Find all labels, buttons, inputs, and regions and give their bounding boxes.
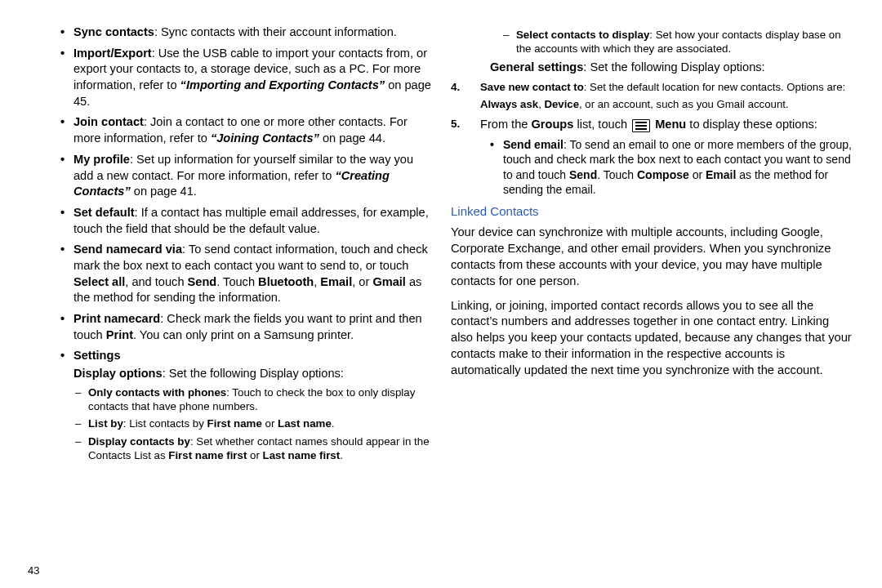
b: Send [569, 168, 597, 181]
sub-select-contacts-display: Select contacts to display: Set how your… [501, 28, 854, 56]
two-column-layout: Sync contacts: Sync contacts with their … [28, 24, 854, 561]
paragraph-2: Linking, or joining, imported contact re… [451, 298, 854, 379]
label: My profile [74, 153, 130, 166]
b: Send email [503, 138, 564, 151]
item-import-export: Import/Export: Use the USB cable to impo… [60, 46, 431, 110]
t: : Set the default location for new conta… [584, 81, 845, 93]
label: Print namecard [74, 312, 160, 325]
b: Select all [74, 275, 125, 288]
general-settings-line: General settings: Set the following Disp… [490, 60, 854, 76]
t: list, touch [573, 118, 630, 131]
tail: on page 41. [131, 185, 197, 198]
label: Sync contacts [74, 25, 154, 38]
label: Settings [74, 349, 121, 362]
b: First name first [168, 449, 247, 461]
tail: on page 44. [319, 131, 385, 145]
b: Device [544, 98, 579, 110]
t: or [689, 168, 706, 181]
t: : List contacts by [123, 417, 207, 430]
step5-sublist: Send email: To send an email to one or m… [490, 137, 854, 197]
item-send-namecard-via: Send namecard via: To send contact infor… [60, 242, 431, 306]
label: Join contact [74, 115, 144, 128]
label: Set default [74, 206, 135, 219]
t: to display these options: [686, 118, 817, 131]
b: Always ask [480, 98, 538, 110]
reference: “Joining Contacts” [211, 131, 319, 145]
left-column: Sync contacts: Sync contacts with their … [28, 24, 431, 561]
page-number: 43 [28, 561, 854, 577]
step4-line2: Always ask, Device, or an account, such … [480, 97, 854, 111]
b: Compose [637, 168, 689, 181]
step-4: 4. Save new contact to: Set the default … [451, 80, 854, 111]
b: Only contacts with phones [88, 386, 226, 399]
sub-display-contacts-by: Display contacts by: Set whether contact… [74, 434, 431, 463]
b: First name [207, 417, 262, 430]
t: . Touch [597, 168, 637, 181]
document-page: Sync contacts: Sync contacts with their … [0, 0, 882, 588]
text: : Set the following Display options: [163, 367, 344, 380]
sub-only-contacts-phones: Only contacts with phones: Touch to chec… [74, 385, 431, 414]
b: Send [188, 275, 217, 288]
b: Display contacts by [88, 435, 190, 448]
b: Groups [531, 118, 573, 131]
step-body: From the Groups list, touch Menu to disp… [480, 117, 854, 133]
item-join-contact: Join contact: Join a contact to one or m… [60, 114, 431, 146]
step-number: 5. [451, 117, 474, 133]
step-body: Save new contact to: Set the default loc… [480, 80, 854, 111]
display-options-line: Display options: Set the following Displ… [74, 364, 431, 382]
display-options-sublist: Only contacts with phones: Touch to chec… [74, 385, 431, 462]
b: Print [106, 328, 133, 341]
sub-list-by: List by: List contacts by First name or … [74, 416, 431, 430]
paragraph-1: Your device can synchronize with multipl… [451, 225, 854, 289]
menu-icon [632, 119, 650, 132]
display-sublist-cont: Select contacts to display: Set how your… [501, 28, 854, 56]
t: , or an account, such as you Gmail accou… [579, 98, 789, 110]
b: Save new contact to [480, 81, 584, 93]
linked-contacts-heading: Linked Contacts [451, 203, 854, 220]
b: Select contacts to display [516, 29, 649, 41]
item-send-email: Send email: To send an email to one or m… [490, 137, 854, 197]
t: . Touch [216, 275, 258, 288]
b: Last name first [263, 449, 341, 461]
t: , and touch [125, 275, 187, 288]
b: Gmail [372, 275, 406, 288]
label: Display options [74, 367, 163, 380]
b: List by [88, 417, 123, 430]
right-column: Select contacts to display: Set how your… [451, 24, 854, 561]
label: Import/Export [74, 47, 152, 60]
t: or [247, 449, 262, 461]
b: Bluetooth [258, 275, 314, 288]
label: General settings [490, 60, 583, 74]
t: . You can only print on a Samsung printe… [133, 328, 354, 341]
reference: “Importing and Exporting Contacts” [180, 78, 385, 91]
b: Last name [278, 417, 332, 430]
text: : Sync contacts with their account infor… [154, 25, 397, 38]
item-my-profile: My profile: Set up information for yours… [60, 152, 431, 200]
t: . [332, 417, 335, 430]
b: Email [320, 275, 352, 288]
step-5: 5. From the Groups list, touch Menu to d… [451, 117, 854, 133]
t: . [340, 449, 343, 461]
b: Email [706, 168, 736, 181]
t: or [262, 417, 278, 430]
b: Menu [655, 118, 686, 131]
step-number: 4. [451, 80, 474, 111]
t: , or [352, 275, 372, 288]
item-set-default: Set default: If a contact has multiple e… [60, 205, 431, 237]
item-sync-contacts: Sync contacts: Sync contacts with their … [60, 24, 431, 41]
label: Send namecard via [74, 243, 182, 256]
t: From the [480, 118, 531, 131]
text: : Set the following Display options: [583, 60, 764, 74]
item-settings: Settings Display options: Set the follow… [60, 348, 431, 462]
options-list: Sync contacts: Sync contacts with their … [60, 24, 431, 462]
item-print-namecard: Print namecard: Check mark the fields yo… [60, 311, 431, 343]
